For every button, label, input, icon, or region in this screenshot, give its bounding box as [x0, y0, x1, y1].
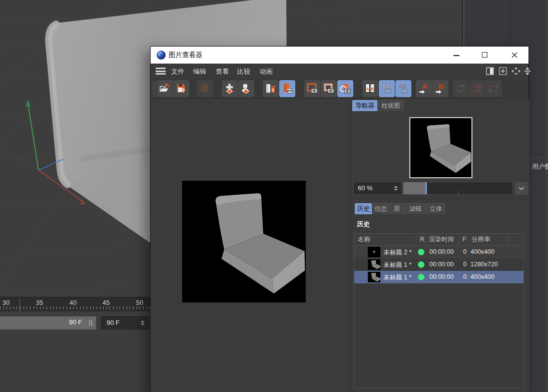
spinner-down-icon [141, 323, 145, 325]
tab-history[interactable]: 历史 [355, 203, 372, 214]
svg-text:A: A [489, 84, 493, 89]
close-button[interactable] [503, 47, 526, 64]
row-thumbnail-chair [368, 259, 380, 270]
zoom-slider-fill [403, 182, 425, 194]
picture-viewer-window: 图片查看器 文件 编辑 查看 比较 动画 [150, 46, 529, 392]
cross-arrow-icon [224, 83, 236, 95]
column-rendertime: 渲染时间 [425, 234, 459, 246]
svg-text:B: B [387, 85, 389, 88]
frame-b-eye-icon [323, 83, 335, 95]
toolbar-drag-handle[interactable] [152, 81, 156, 97]
navigator-thumbnail[interactable] [409, 117, 472, 178]
user-data-tab[interactable]: 用户数据 [532, 162, 548, 172]
maximize-button[interactable] [473, 47, 496, 64]
row-render-time: 00:00:00 [429, 248, 454, 255]
history-row-3-selected[interactable]: 未标题 1 * 00:00:00 0 400x400 [354, 271, 523, 283]
set-as-b-button[interactable]: B [432, 80, 448, 97]
row-thumbnail-chair [368, 272, 380, 282]
zoom-value-field[interactable]: 60 % [353, 182, 402, 195]
svg-text:A: A [457, 85, 460, 90]
zoom-slider[interactable] [403, 182, 513, 195]
ram-cache-button [197, 80, 213, 97]
menu-animate[interactable]: 动画 [260, 67, 273, 76]
single-view-button[interactable] [304, 80, 320, 97]
current-frame-field[interactable]: 90 F [101, 316, 149, 329]
panel-divider[interactable] [350, 99, 351, 392]
tab-info[interactable]: 信息 [373, 203, 389, 214]
tab-filter[interactable]: 滤镜 [405, 203, 426, 214]
new-panel-icon[interactable] [498, 66, 508, 76]
column-f: F [459, 234, 468, 246]
delete-history-button[interactable] [263, 80, 279, 97]
svg-text:AB: AB [399, 83, 407, 89]
render-status-dot [418, 274, 424, 280]
menu-bar: 文件 编辑 查看 比较 动画 [151, 64, 528, 79]
venn-eye-icon [339, 83, 351, 95]
user-data-separator [528, 158, 548, 158]
save-file-button[interactable]: ? [173, 80, 189, 97]
zoom-value: 60 % [358, 184, 373, 192]
svg-text:A: A [473, 84, 476, 89]
timeline-ruler[interactable]: 30 35 40 45 50 [0, 297, 150, 311]
ab-panels-button[interactable]: A B [362, 80, 378, 97]
tab-navigator[interactable]: 导航器 [352, 100, 377, 111]
window-title: 图片查看器 [169, 51, 203, 60]
history-row-1[interactable]: 未标题 2 * 00:00:00 0 400x400 [354, 246, 523, 258]
svg-text:A: A [383, 85, 385, 88]
hamburger-menu-icon[interactable] [156, 68, 166, 75]
set-as-a-button[interactable]: A [416, 80, 432, 97]
row-render-time: 00:00:00 [429, 273, 454, 280]
frame-spinner-arrows[interactable] [141, 319, 146, 327]
set-a-icon: A [418, 83, 430, 95]
history-row-2[interactable]: 未标题 1 * 00:00:00 0 1280x720 [354, 258, 523, 271]
zoom-slider-handle[interactable] [425, 182, 427, 194]
timeline-range-slider[interactable]: 90 F || [0, 316, 96, 329]
move-panel-icon[interactable] [510, 66, 520, 76]
range-end-label: 90 F [69, 318, 82, 326]
frame-a-eye-icon [306, 83, 318, 95]
cache-disabled-icon [199, 83, 211, 95]
trash-icon [265, 83, 277, 95]
menu-compare[interactable]: 比较 [237, 67, 250, 76]
spinner-up-icon [394, 186, 398, 188]
minimize-button[interactable] [445, 47, 468, 64]
chevron-down-icon [518, 187, 524, 190]
ruler-label: 50 [136, 299, 143, 306]
tab-stereo[interactable]: 立体 [427, 203, 445, 214]
fit-region-button[interactable] [238, 80, 254, 97]
row-name: 未标题 1 * [383, 273, 411, 282]
menu-file[interactable]: 文件 [171, 67, 184, 76]
range-grip-handle[interactable]: || [89, 318, 93, 326]
menu-view[interactable]: 查看 [216, 67, 229, 76]
close-icon [511, 52, 517, 58]
current-frame-value: 90 F [107, 319, 120, 326]
menu-edit[interactable]: 编辑 [193, 67, 206, 76]
tab-histogram[interactable]: 柱状图 [378, 100, 403, 111]
row-resolution: 1280x720 [470, 261, 498, 268]
a-visibility-button[interactable]: A B [379, 80, 395, 97]
panel-toggle-icon[interactable] [485, 66, 495, 76]
b-visibility-button[interactable]: AB [395, 80, 411, 97]
open-file-button[interactable] [157, 80, 173, 97]
svg-text:B: B [439, 83, 444, 91]
rendered-image-view[interactable] [182, 181, 306, 302]
send-original-button[interactable] [222, 80, 238, 97]
zoom-preset-dropdown[interactable] [515, 182, 528, 195]
spinner-up-icon [141, 320, 145, 322]
column-r: R [416, 234, 425, 246]
cinema4d-logo-icon [157, 51, 166, 60]
tab-layer[interactable]: 层 [390, 203, 404, 214]
swap-ab-button: A B [453, 80, 469, 97]
zoom-spinner-arrows[interactable] [394, 185, 399, 193]
viewer-content: 导航器 柱状图 60 % [151, 99, 529, 392]
ab-cycle-icon: A B [488, 83, 500, 95]
dual-view-button[interactable] [321, 80, 337, 97]
svg-text:B: B [371, 87, 374, 92]
save-floppy-icon: ? [175, 83, 187, 95]
ab-difference-icon: A B [471, 83, 483, 95]
image-manager-button[interactable] [279, 80, 295, 97]
row-name: 未标题 1 * [383, 261, 411, 269]
composite-view-button[interactable] [337, 80, 353, 97]
undock-icon[interactable] [522, 66, 532, 76]
title-bar[interactable]: 图片查看器 [151, 47, 528, 64]
